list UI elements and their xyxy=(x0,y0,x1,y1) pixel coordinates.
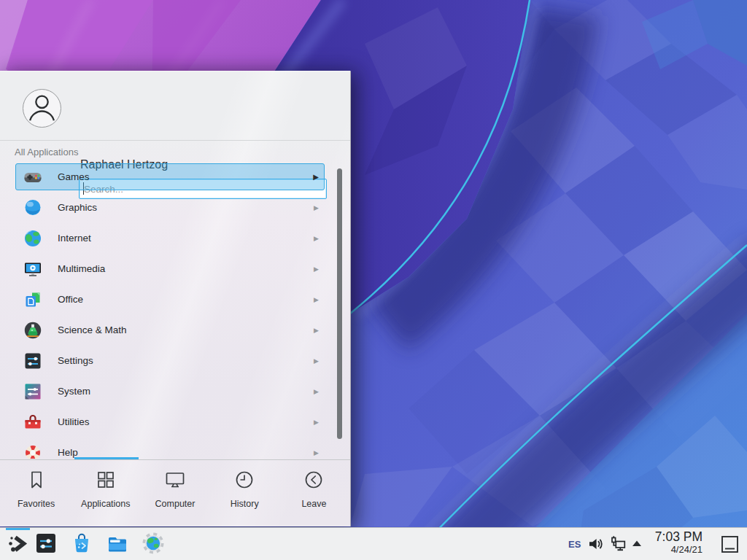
category-item-games[interactable]: Games ▶ xyxy=(0,162,351,192)
computer-icon xyxy=(164,469,186,491)
submenu-arrow-icon: ▶ xyxy=(314,438,319,459)
tab-applications[interactable]: Applications xyxy=(71,460,140,527)
science-icon xyxy=(23,320,43,341)
launcher-tab-bar: Favorites Applications Computer History … xyxy=(0,460,350,527)
show-desktop-icon[interactable] xyxy=(721,535,739,553)
category-item-office[interactable]: Office ▶ xyxy=(0,284,351,315)
discover-icon[interactable] xyxy=(70,532,93,555)
category-item-help[interactable]: Help ▶ xyxy=(0,438,351,459)
category-item-utilities[interactable]: Utilities ▶ xyxy=(0,407,351,438)
clock-time: 7:03 PM xyxy=(637,529,703,544)
taskbar: ES 7:03 PM 4/24/21 xyxy=(0,527,747,560)
games-icon xyxy=(23,167,43,187)
desktop[interactable]: Raphael Hertzog All Applications Games ▶… xyxy=(0,0,747,560)
applications-icon xyxy=(95,469,117,491)
submenu-arrow-icon: ▶ xyxy=(314,284,319,315)
category-item-internet[interactable]: Internet ▶ xyxy=(0,223,351,254)
help-icon xyxy=(23,443,43,459)
system-settings-icon[interactable] xyxy=(34,532,58,555)
scrollbar[interactable] xyxy=(337,168,342,439)
clock-date: 4/24/21 xyxy=(637,544,703,556)
launcher-active-indicator xyxy=(6,528,30,530)
user-avatar-icon xyxy=(23,90,61,127)
submenu-arrow-icon: ▶ xyxy=(314,192,319,223)
category-item-system[interactable]: System ▶ xyxy=(0,376,351,407)
digital-clock[interactable]: 7:03 PM 4/24/21 xyxy=(637,529,703,556)
dolphin-icon[interactable] xyxy=(106,532,129,555)
history-icon xyxy=(233,469,255,491)
network-icon[interactable] xyxy=(609,535,627,553)
application-launcher-menu: Raphael Hertzog All Applications Games ▶… xyxy=(0,71,351,526)
graphics-icon xyxy=(23,198,43,218)
category-list: Games ▶ Graphics ▶ Internet ▶ Multimedia… xyxy=(0,162,351,459)
tab-history[interactable]: History xyxy=(210,460,279,527)
system-icon xyxy=(23,381,43,402)
category-item-science-math[interactable]: Science & Math ▶ xyxy=(0,315,351,346)
konqueror-icon[interactable] xyxy=(142,532,165,555)
submenu-arrow-icon: ▶ xyxy=(314,315,319,346)
favorites-icon xyxy=(26,469,47,491)
leave-icon xyxy=(303,469,325,491)
multimedia-icon xyxy=(23,259,43,279)
utilities-icon xyxy=(23,412,43,432)
submenu-arrow-icon: ▶ xyxy=(314,254,319,284)
submenu-arrow-icon: ▶ xyxy=(314,407,319,438)
keyboard-layout-indicator[interactable]: ES xyxy=(568,528,581,560)
user-avatar[interactable] xyxy=(23,89,61,128)
category-item-graphics[interactable]: Graphics ▶ xyxy=(0,192,351,223)
submenu-arrow-icon: ▶ xyxy=(314,346,319,376)
submenu-arrow-icon: ▶ xyxy=(314,223,319,254)
submenu-arrow-icon: ▶ xyxy=(314,376,319,407)
tab-leave[interactable]: Leave xyxy=(279,460,349,527)
section-label: All Applications xyxy=(15,147,78,158)
internet-icon xyxy=(23,228,43,249)
category-item-settings[interactable]: Settings ▶ xyxy=(0,346,351,376)
category-item-multimedia[interactable]: Multimedia ▶ xyxy=(0,254,351,284)
office-icon xyxy=(23,289,43,310)
scrollbar-thumb[interactable] xyxy=(337,168,342,439)
kde-launcher-icon[interactable] xyxy=(6,532,29,556)
launcher-header: Raphael Hertzog xyxy=(0,71,350,140)
volume-icon[interactable] xyxy=(587,536,603,552)
tab-computer[interactable]: Computer xyxy=(140,460,209,527)
settings-icon xyxy=(23,351,43,371)
submenu-arrow-icon: ▶ xyxy=(313,162,319,192)
header-separator xyxy=(0,140,350,141)
taskbar-app-icons xyxy=(34,532,165,555)
tab-favorites[interactable]: Favorites xyxy=(1,460,71,527)
